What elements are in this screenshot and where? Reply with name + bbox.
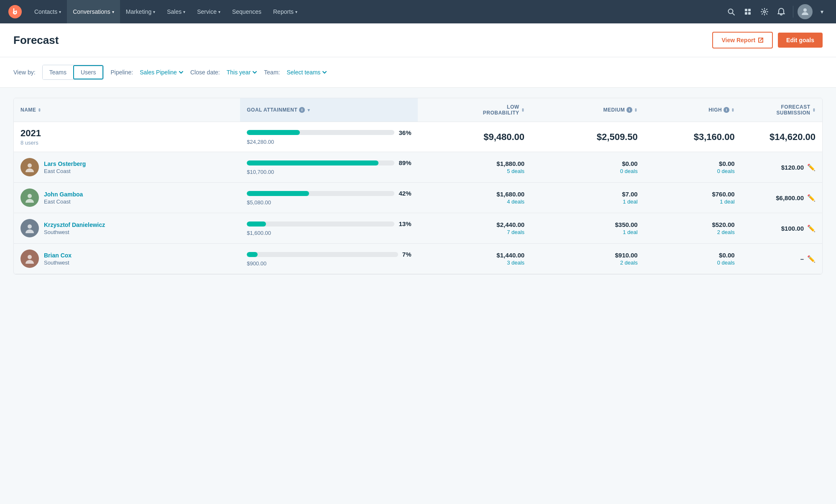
low-amount: $1,680.00: [424, 191, 524, 198]
summary-forecast-cell: $14,620.00: [741, 122, 822, 152]
col-header-medium[interactable]: MEDIUM i ⇕: [531, 98, 644, 122]
settings-button[interactable]: [757, 4, 772, 19]
user-low-cell: $1,680.00 4 deals: [418, 183, 531, 213]
user-high-cell: $0.00 0 deals: [644, 244, 741, 274]
edit-forecast-icon[interactable]: ✏️: [807, 224, 816, 232]
account-menu-button[interactable]: ▾: [814, 4, 829, 19]
progress-fill: [247, 160, 378, 165]
medium-deals: 1 deal: [538, 199, 638, 205]
search-button[interactable]: [724, 4, 739, 19]
nav-right-actions: ▾: [724, 4, 829, 19]
notifications-button[interactable]: [774, 4, 789, 19]
svg-rect-6: [745, 12, 747, 15]
low-amount: $2,440.00: [424, 221, 524, 228]
user-goal-amount: $5,080.00: [247, 199, 411, 206]
col-header-goal-attainment[interactable]: GOAL ATTAINMENT i ▼: [240, 98, 418, 122]
user-team: East Coast: [44, 168, 86, 174]
user-name[interactable]: Brian Cox: [44, 252, 72, 259]
info-icon[interactable]: i: [724, 107, 729, 113]
nav-marketing[interactable]: Marketing ▾: [120, 0, 161, 23]
svg-point-9: [803, 8, 807, 12]
edit-goals-button[interactable]: Edit goals: [778, 33, 823, 48]
user-goal-amount: $1,600.00: [247, 230, 411, 236]
user-avatar: [20, 249, 39, 268]
marketplace-button[interactable]: [740, 4, 755, 19]
chevron-icon: ▾: [153, 10, 155, 14]
header-actions: View Report Edit goals: [712, 32, 823, 48]
medium-deals: 1 deal: [538, 229, 638, 235]
high-deals: 2 deals: [651, 229, 735, 235]
user-name-cell: Lars Osterberg East Coast: [14, 152, 240, 183]
user-avatar[interactable]: [798, 4, 813, 19]
nav-sales[interactable]: Sales ▾: [161, 0, 191, 23]
user-name[interactable]: Lars Osterberg: [44, 160, 86, 167]
nav-conversations[interactable]: Conversations ▾: [67, 0, 120, 23]
col-header-forecast-submission[interactable]: FORECASTSUBMISSION ⇕: [741, 98, 822, 122]
pipeline-dropdown[interactable]: Sales Pipeline: [140, 69, 184, 76]
close-date-dropdown[interactable]: This year: [227, 69, 258, 76]
progress-track: [247, 252, 398, 257]
view-report-button[interactable]: View Report: [712, 32, 773, 48]
team-dropdown[interactable]: Select teams: [286, 69, 327, 76]
svg-point-14: [28, 255, 32, 259]
edit-forecast-icon[interactable]: ✏️: [807, 194, 816, 202]
view-by-group: Teams Users: [42, 65, 104, 80]
summary-forecast-value: $14,620.00: [748, 132, 816, 143]
edit-forecast-icon[interactable]: ✏️: [807, 163, 816, 171]
teams-button[interactable]: Teams: [43, 65, 73, 79]
forecast-table: NAME ⇕ GOAL ATTAINMENT i ▼ LOWPROBABILIT…: [14, 98, 822, 274]
user-name[interactable]: John Gamboa: [44, 191, 83, 198]
user-team: Southwest: [44, 229, 105, 235]
summary-goal-cell: 36% $24,280.00: [240, 122, 418, 152]
progress-track: [247, 160, 394, 165]
users-button[interactable]: Users: [73, 65, 104, 79]
sort-icon: ⇕: [731, 108, 735, 112]
user-avatar: [20, 188, 39, 207]
low-amount: $1,440.00: [424, 252, 524, 259]
user-forecast-cell: – ✏️: [741, 244, 822, 274]
high-amount: $520.00: [651, 221, 735, 228]
user-low-cell: $1,440.00 3 deals: [418, 244, 531, 274]
page-header: Forecast View Report Edit goals: [0, 23, 836, 57]
user-name[interactable]: Krzysztof Danielewicz: [44, 221, 105, 228]
low-deals: 5 deals: [424, 168, 524, 174]
pipeline-label: Pipeline:: [110, 69, 133, 76]
svg-rect-7: [748, 12, 751, 15]
user-avatar: [20, 158, 39, 176]
nav-contacts[interactable]: Contacts ▾: [28, 0, 67, 23]
user-medium-cell: $7.00 1 deal: [531, 183, 644, 213]
summary-low-cell: $9,480.00: [418, 122, 531, 152]
nav-items: Contacts ▾ Conversations ▾ Marketing ▾ S…: [28, 0, 724, 23]
user-goal-cell: 89% $10,700.00: [240, 152, 418, 183]
hubspot-logo[interactable]: [7, 3, 23, 20]
svg-rect-4: [745, 9, 747, 11]
user-high-cell: $0.00 0 deals: [644, 152, 741, 183]
svg-rect-5: [748, 9, 751, 11]
progress-fill: [247, 130, 300, 135]
chevron-icon: ▾: [218, 10, 220, 14]
low-deals: 3 deals: [424, 260, 524, 266]
user-name-cell: Krzysztof Danielewicz Southwest: [14, 213, 240, 244]
col-header-high[interactable]: HIGH i ⇕: [644, 98, 741, 122]
sort-icon: ⇕: [521, 108, 525, 112]
medium-amount: $7.00: [538, 191, 638, 198]
view-by-label: View by:: [13, 69, 36, 76]
col-header-name[interactable]: NAME ⇕: [14, 98, 240, 122]
medium-amount: $910.00: [538, 252, 638, 259]
info-icon[interactable]: i: [299, 107, 305, 113]
nav-divider: [793, 6, 793, 18]
table-row: Lars Osterberg East Coast 89% $10,700.00…: [14, 152, 822, 183]
chevron-icon: ▾: [183, 10, 185, 14]
user-name-cell: John Gamboa East Coast: [14, 183, 240, 213]
table-row: Krzysztof Danielewicz Southwest 13% $1,6…: [14, 213, 822, 244]
col-header-low-probability[interactable]: LOWPROBABILITY ⇕: [418, 98, 531, 122]
nav-sequences[interactable]: Sequences: [226, 0, 267, 23]
summary-medium-value: $2,509.50: [538, 132, 638, 143]
edit-forecast-icon[interactable]: ✏️: [807, 255, 816, 263]
summary-row: 2021 8 users 36% $24,280.00 $9,480.00: [14, 122, 822, 152]
nav-service[interactable]: Service ▾: [191, 0, 226, 23]
medium-amount: $350.00: [538, 221, 638, 228]
nav-reports[interactable]: Reports ▾: [267, 0, 303, 23]
sort-icon: ▼: [307, 108, 311, 112]
info-icon[interactable]: i: [626, 107, 632, 113]
